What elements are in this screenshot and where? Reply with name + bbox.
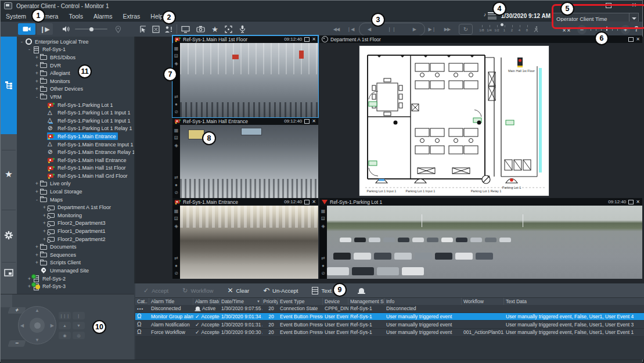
dewarp-icon[interactable]: ▦ (174, 45, 179, 52)
mic-muted-icon[interactable]: ⊘ (321, 269, 325, 277)
tree-item[interactable]: +Floor1_Department1 (17, 227, 134, 235)
column-header-alarm-state[interactable]: Alarm State (193, 298, 220, 305)
ptz-joystick[interactable]: ▲ ▼ ◀ ▶ (18, 306, 56, 344)
focus-far-button[interactable]: ❘❘❘ (59, 312, 71, 319)
un-accept-alarm-button[interactable]: ↶ Un-Accept (263, 287, 298, 294)
maximize-pane-icon[interactable] (628, 200, 634, 204)
user-alarm-button[interactable] (163, 24, 174, 34)
mosaic-icon[interactable]: ⚄ (174, 134, 178, 142)
expand-icon[interactable]: + (34, 78, 39, 84)
pane-count-slider[interactable] (591, 27, 618, 31)
image-pane-main-entrance[interactable]: Ref-Sys-1.Main Entrance 09:12:40 ✕ ▦⚄◈⇄●… (172, 198, 318, 279)
tree-item[interactable]: -Enterprise Logical Tree (17, 38, 134, 46)
fullscreen-button[interactable] (150, 24, 161, 34)
tree-item[interactable]: +Other Devices (17, 85, 134, 94)
mosaic-icon[interactable]: ⚄ (174, 52, 178, 60)
column-header-info[interactable]: Info (384, 298, 462, 305)
fewer-panes-button[interactable]: − (577, 25, 587, 34)
collapse-icon[interactable]: - (19, 39, 24, 45)
filter-icon[interactable]: ▼ (257, 300, 260, 303)
sequence-icon[interactable]: ⇄ (174, 254, 178, 262)
snapshot-button[interactable] (195, 24, 206, 34)
column-header-device[interactable]: Device (323, 298, 348, 305)
expand-icon[interactable]: + (34, 260, 39, 265)
maximize-pane-icon[interactable] (304, 119, 310, 124)
select-pane-button[interactable] (138, 24, 148, 34)
ptz-left-icon[interactable]: ◀ (20, 323, 24, 328)
tree-item[interactable]: -Ref-Sys-1 (17, 46, 134, 54)
tree-item[interactable]: +Floor2_Department3 (17, 220, 134, 228)
close-pane-icon[interactable]: ✕ (636, 200, 640, 204)
tab-bookmarks[interactable] (1, 228, 17, 242)
workflow-button[interactable]: ↻ Workflow (182, 287, 213, 294)
tab-logical-tree[interactable] (1, 37, 17, 134)
pause-button[interactable]: ❘❘ (387, 27, 396, 32)
tree-item[interactable]: Ref-Sys-1.Main Entrance Input 1 (17, 141, 134, 149)
record-dot-icon[interactable]: ● (175, 181, 178, 189)
record-dot-icon[interactable]: ● (175, 100, 178, 108)
tree-item[interactable]: +Live only (17, 180, 134, 188)
column-header-priority[interactable]: Priority (262, 298, 278, 305)
joystick-center[interactable] (34, 322, 41, 329)
fast-rewind-button[interactable]: ◀◀ (329, 24, 343, 34)
maximize-pane-icon[interactable] (304, 37, 310, 42)
volume-slider[interactable] (75, 28, 107, 30)
alarm-row[interactable]: ΩForce Workflow✓Accepted1/30/2020 9:00:3… (135, 329, 644, 337)
clear-alarm-button[interactable]: ✕ Clear (227, 287, 249, 294)
tree-item[interactable]: +Scripts Client (17, 259, 134, 267)
ptz-up-icon[interactable]: ▲ (35, 308, 39, 313)
menu-system[interactable]: System (1, 11, 31, 21)
close-pane-icon[interactable]: ✕ (312, 37, 316, 42)
expand-icon[interactable]: + (34, 244, 39, 250)
accept-alarm-button[interactable]: ✓ Accept (143, 287, 168, 294)
alarm-audio-button[interactable] (359, 288, 364, 293)
playback-speed-scale[interactable]: 1/81/41/21248 (478, 28, 531, 32)
mic-muted-icon[interactable]: ⊘ (174, 108, 178, 116)
tree-item[interactable]: +Floor2_Department2 (17, 235, 134, 243)
record-dot-icon[interactable]: ● (322, 262, 325, 269)
column-header-workflow[interactable]: Workflow (462, 298, 504, 305)
favorite-button[interactable]: ★ (210, 24, 220, 34)
close-pane-icon[interactable]: ✕ (312, 119, 316, 124)
preset-save-button[interactable]: ◉ (59, 332, 71, 339)
map-pane-department-a[interactable]: Department A 1st Floor ✕ (319, 35, 642, 198)
tree-item[interactable]: Ref-Sys-1.Main Hall Entrance (17, 156, 134, 164)
menu-extras[interactable]: Extras (118, 11, 146, 21)
menu-alarms[interactable]: Alarms (88, 11, 118, 21)
tree-item[interactable]: +Monitoring (17, 211, 134, 220)
tree-item[interactable]: +DVR (17, 62, 134, 70)
step-end-button[interactable]: ▶❘ (426, 24, 438, 34)
tree-item[interactable]: -VRM (17, 93, 134, 101)
tree-item[interactable]: +Ref-Sys-2 (17, 275, 134, 283)
sequence-icon[interactable]: ⇄ (174, 174, 178, 181)
more-panes-button[interactable]: + (621, 25, 630, 34)
tree-item[interactable]: Ref-Sys-1.Parking Lot 1 Relay 1 (17, 125, 134, 133)
speed-marker[interactable] (501, 23, 503, 26)
expand-icon[interactable]: + (42, 204, 47, 210)
mic-muted-icon[interactable]: ⊘ (174, 189, 178, 196)
loop-playback-button[interactable]: ↻ (459, 24, 473, 35)
close-pane-icon[interactable]: ✕ (636, 37, 640, 42)
record-dot-icon[interactable]: ● (175, 262, 178, 269)
mosaic-icon[interactable]: ⚄ (174, 215, 178, 222)
tree-item[interactable]: Ref-Sys-1.Main Entrance (17, 132, 134, 141)
gem-icon[interactable]: ◈ (174, 60, 178, 67)
fast-forward-button[interactable]: ▶▶ (440, 24, 454, 34)
maximize-button[interactable] (604, 2, 613, 9)
play-forward-button[interactable]: ▶ (413, 27, 416, 32)
tree-item[interactable]: Ref-Sys-1.Main Hall Grd Floor (17, 172, 134, 180)
close-pane-icon[interactable]: ✕ (312, 200, 316, 204)
hardcopy-button[interactable] (179, 24, 191, 34)
tree-item[interactable]: +Monitors (17, 77, 134, 85)
expand-icon[interactable]: + (34, 181, 39, 186)
live-mode-button[interactable] (18, 23, 35, 35)
close-button[interactable]: ✕ (629, 2, 639, 9)
collapse-icon[interactable]: - (34, 197, 39, 203)
gem-icon[interactable]: ◈ (321, 222, 325, 230)
iris-close-button[interactable]: ▼ (73, 322, 85, 329)
tree-item[interactable]: +Allegiant (17, 69, 134, 77)
zoom-out-button[interactable]: − (8, 340, 26, 347)
column-header-category[interactable]: Cat.. (135, 298, 149, 305)
alarm-row[interactable]: ΩMonitor Group alarm✓Accepted1/30/2020 9… (135, 313, 644, 321)
tree-item[interactable]: +Documents (17, 243, 134, 251)
